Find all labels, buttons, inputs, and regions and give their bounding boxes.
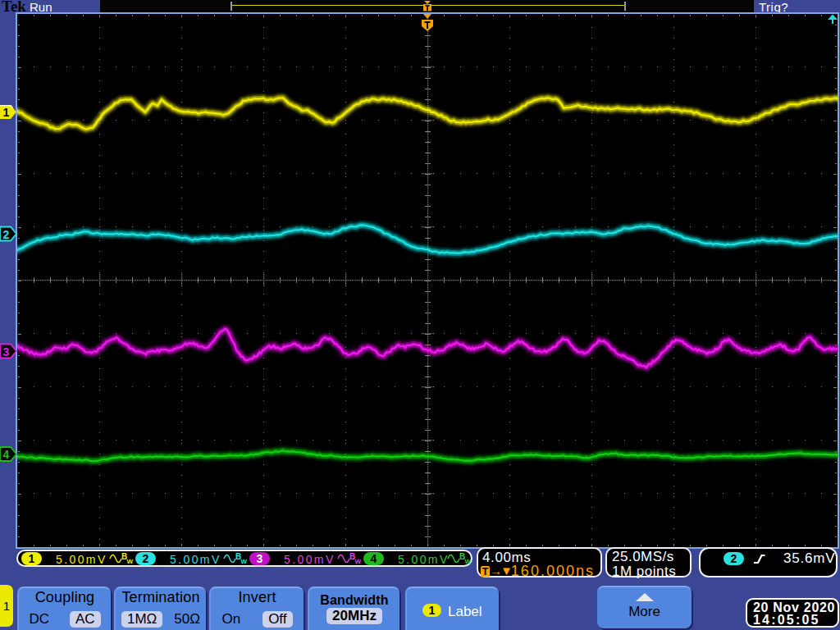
svg-text:2: 2 — [3, 228, 10, 241]
svg-text:W: W — [355, 558, 362, 565]
svg-text:3: 3 — [3, 345, 10, 358]
svg-text:1: 1 — [3, 106, 10, 119]
svg-text:W: W — [241, 558, 248, 565]
svg-text:W: W — [465, 558, 472, 565]
svg-text:W: W — [127, 558, 134, 565]
svg-text:4: 4 — [3, 448, 10, 461]
